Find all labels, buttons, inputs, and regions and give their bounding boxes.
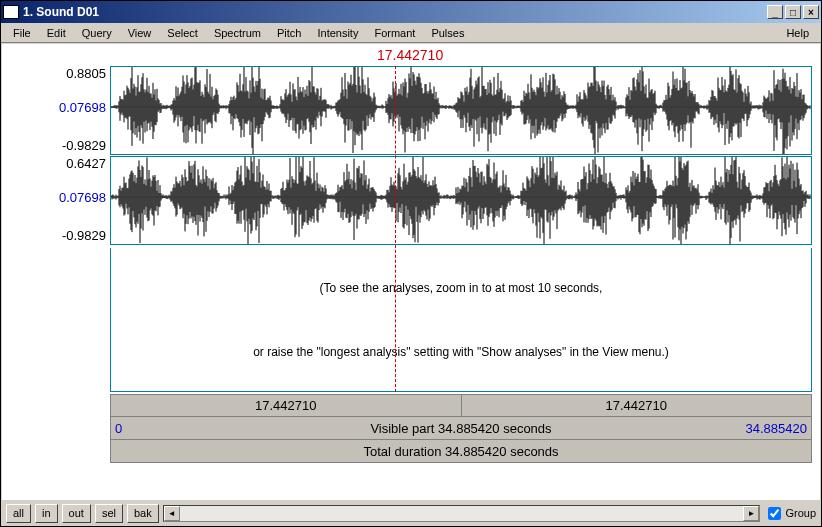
ch2-ymax: 0.6427	[66, 156, 106, 171]
waveform-svg-2	[111, 157, 811, 244]
waveform-channel-1[interactable]	[110, 66, 812, 155]
ch2-ymid: 0.07698	[59, 190, 106, 205]
bottom-toolbar: all in out sel bak ◄ ► Group	[2, 501, 820, 525]
ch2-ymin: -0.9829	[62, 228, 106, 243]
minimize-button[interactable]: _	[767, 5, 783, 19]
menu-bar: File Edit Query View Select Spectrum Pit…	[1, 23, 821, 43]
horizontal-scrollbar[interactable]: ◄ ►	[163, 505, 761, 522]
visible-label: Visible part 34.885420 seconds	[111, 421, 811, 436]
group-label-text: Group	[785, 507, 816, 519]
menu-pulses[interactable]: Pulses	[423, 25, 472, 41]
zoom-all-button[interactable]: all	[6, 504, 31, 523]
zoom-sel-button[interactable]: sel	[95, 504, 123, 523]
selection-left-time[interactable]: 17.442710	[111, 395, 462, 416]
analysis-hint-1: (To see the analyses, zoom in to at most…	[320, 281, 603, 295]
waveform-area[interactable]	[110, 66, 812, 247]
visible-end: 34.885420	[746, 421, 807, 436]
analysis-hint-2: or raise the "longest analysis" setting …	[253, 345, 669, 359]
zoom-out-button[interactable]: out	[62, 504, 91, 523]
maximize-button[interactable]: □	[785, 5, 801, 19]
ch1-ymid: 0.07698	[59, 100, 106, 115]
group-checkbox-label[interactable]: Group	[768, 507, 816, 520]
waveform-channel-2[interactable]	[110, 156, 812, 245]
close-button[interactable]: ×	[803, 5, 819, 19]
app-icon	[3, 5, 19, 19]
cursor-time-label: 17.442710	[377, 47, 443, 63]
window-controls: _ □ ×	[767, 5, 819, 19]
zoom-bak-button[interactable]: bak	[127, 504, 159, 523]
selection-right-time[interactable]: 17.442710	[462, 395, 812, 416]
waveform-svg-1	[111, 67, 811, 154]
cursor-line	[395, 66, 396, 392]
menu-intensity[interactable]: Intensity	[309, 25, 366, 41]
group-checkbox[interactable]	[768, 507, 781, 520]
visible-part-row[interactable]: 0 Visible part 34.885420 seconds 34.8854…	[110, 417, 812, 440]
scroll-left-button[interactable]: ◄	[164, 506, 180, 521]
selection-time-row[interactable]: 17.442710 17.442710	[110, 394, 812, 417]
total-label: Total duration 34.885420 seconds	[111, 444, 811, 459]
window-title: 1. Sound D01	[23, 5, 767, 19]
menu-select[interactable]: Select	[159, 25, 206, 41]
zoom-in-button[interactable]: in	[35, 504, 58, 523]
menu-file[interactable]: File	[5, 25, 39, 41]
ch1-ymin: -0.9829	[62, 138, 106, 153]
menu-spectrum[interactable]: Spectrum	[206, 25, 269, 41]
menu-help[interactable]: Help	[778, 25, 817, 41]
menu-view[interactable]: View	[120, 25, 160, 41]
time-info-bars: 17.442710 17.442710 0 Visible part 34.88…	[110, 394, 812, 463]
editor-content: 17.442710 0.8805 0.07698 -0.9829 0.6427 …	[2, 44, 820, 500]
menu-edit[interactable]: Edit	[39, 25, 74, 41]
ch1-ymax: 0.8805	[66, 66, 106, 81]
scroll-track[interactable]	[180, 506, 744, 521]
scroll-right-button[interactable]: ►	[743, 506, 759, 521]
menu-formant[interactable]: Formant	[366, 25, 423, 41]
window-titlebar: 1. Sound D01 _ □ ×	[1, 1, 821, 23]
total-duration-row[interactable]: Total duration 34.885420 seconds	[110, 440, 812, 463]
menu-query[interactable]: Query	[74, 25, 120, 41]
analysis-area[interactable]: (To see the analyses, zoom in to at most…	[110, 248, 812, 392]
menu-pitch[interactable]: Pitch	[269, 25, 309, 41]
visible-start: 0	[115, 421, 122, 436]
